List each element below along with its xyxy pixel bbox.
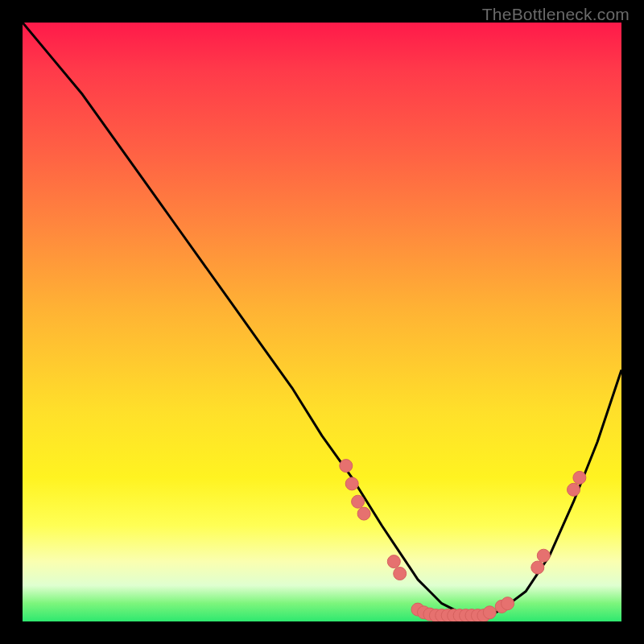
- chart-frame: [23, 23, 621, 621]
- curve-marker: [441, 609, 454, 621]
- curve-marker: [573, 471, 586, 484]
- curve-marker: [495, 600, 508, 613]
- bottleneck-chart: [23, 23, 621, 621]
- curve-marker: [418, 606, 431, 619]
- curve-marker: [531, 561, 544, 574]
- curve-marker: [448, 609, 460, 621]
- curve-marker: [471, 609, 484, 621]
- curve-marker: [394, 568, 407, 580]
- curve-marker: [453, 609, 466, 621]
- curve-marker: [568, 483, 580, 496]
- curve-markers: [340, 460, 586, 621]
- curve-marker: [537, 549, 550, 562]
- curve-marker: [460, 609, 473, 621]
- curve-marker: [423, 608, 436, 621]
- curve-marker: [465, 609, 478, 621]
- curve-marker: [345, 477, 358, 490]
- curve-marker: [436, 609, 448, 621]
- curve-marker: [387, 555, 400, 568]
- curve-marker: [411, 603, 424, 616]
- curve-marker: [502, 597, 514, 610]
- curve-marker: [340, 460, 353, 473]
- curve-marker: [357, 507, 370, 520]
- curve-marker: [483, 606, 496, 619]
- curve-marker: [352, 495, 365, 508]
- attribution-text: TheBottleneck.com: [482, 5, 630, 24]
- curve-marker: [429, 609, 442, 621]
- bottleneck-curve: [23, 23, 621, 616]
- curve-marker: [477, 609, 490, 621]
